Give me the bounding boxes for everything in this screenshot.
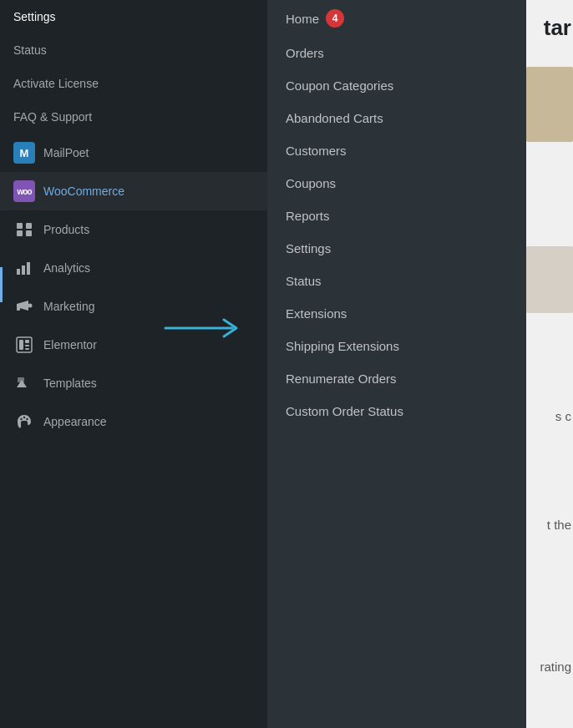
svg-point-16 xyxy=(23,417,25,418)
active-indicator xyxy=(0,267,3,302)
dropdown-item-label: Abandoned Carts xyxy=(286,111,383,125)
dropdown-item-label: Status xyxy=(286,274,322,288)
svg-rect-11 xyxy=(25,340,29,343)
dropdown-item-extensions[interactable]: Extensions xyxy=(267,297,526,330)
sidebar-item-label: Appearance xyxy=(43,415,107,428)
sidebar-item-products[interactable]: Products xyxy=(0,210,267,249)
svg-point-15 xyxy=(20,418,22,420)
sidebar-item-label: Elementor xyxy=(43,338,97,351)
dropdown-item-label: Renumerate Orders xyxy=(286,372,397,386)
content-text-lower: t the xyxy=(547,518,571,532)
content-area: tar s c t the rating xyxy=(526,0,573,728)
sidebar-item-status[interactable]: Status xyxy=(0,33,267,67)
dropdown-item-label: Shipping Extensions xyxy=(286,339,399,353)
woocommerce-icon: woo xyxy=(13,180,35,202)
svg-rect-2 xyxy=(17,230,23,236)
content-image-1 xyxy=(526,67,573,142)
sidebar-item-mailpoet[interactable]: M MailPoet xyxy=(0,134,267,172)
appearance-icon xyxy=(13,411,35,432)
svg-rect-0 xyxy=(17,223,23,229)
mailpoet-icon-bg: M xyxy=(13,142,35,164)
sidebar-item-templates[interactable]: Templates xyxy=(0,364,267,402)
sidebar-item-label: MailPoet xyxy=(43,146,89,159)
svg-rect-9 xyxy=(17,337,32,352)
dropdown-item-coupon-categories[interactable]: Coupon Categories xyxy=(267,69,526,102)
dropdown-item-label: Coupons xyxy=(286,176,336,190)
svg-rect-14 xyxy=(18,377,24,382)
notification-badge: 4 xyxy=(326,9,344,28)
dropdown-item-label: Reports xyxy=(286,209,330,223)
sidebar-item-label: FAQ & Support xyxy=(13,110,92,124)
mailpoet-icon: M xyxy=(13,142,35,164)
woocommerce-dropdown: Home4OrdersCoupon CategoriesAbandoned Ca… xyxy=(267,0,526,728)
svg-rect-13 xyxy=(25,348,29,350)
dropdown-item-label: Customers xyxy=(286,144,347,158)
sidebar-item-label: Templates xyxy=(43,377,97,390)
dropdown-item-customers[interactable]: Customers xyxy=(267,134,526,167)
content-text-mid: s c xyxy=(555,409,571,423)
content-text-top: tar xyxy=(544,15,571,41)
dropdown-item-status[interactable]: Status xyxy=(267,265,526,297)
analytics-icon xyxy=(13,257,35,279)
svg-rect-3 xyxy=(26,230,32,236)
dropdown-item-shipping-extensions[interactable]: Shipping Extensions xyxy=(267,330,526,362)
sidebar-item-label: Status xyxy=(13,43,47,57)
products-icon xyxy=(13,219,35,240)
sidebar-item-label: Products xyxy=(43,223,89,236)
svg-rect-12 xyxy=(25,345,29,346)
dropdown-item-label: Home xyxy=(286,12,319,26)
content-image-2 xyxy=(526,246,573,313)
dropdown-item-orders[interactable]: Orders xyxy=(267,37,526,69)
dropdown-item-label: Custom Order Status xyxy=(286,404,403,418)
dropdown-item-abandoned-carts[interactable]: Abandoned Carts xyxy=(267,102,526,134)
dropdown-item-reports[interactable]: Reports xyxy=(267,200,526,232)
sidebar-item-label: WooCommerce xyxy=(43,185,124,198)
dropdown-item-coupons[interactable]: Coupons xyxy=(267,167,526,200)
sidebar-item-appearance[interactable]: Appearance xyxy=(0,402,267,441)
sidebar-item-faq-support[interactable]: FAQ & Support xyxy=(0,100,267,134)
content-text-bottom: rating xyxy=(540,660,571,674)
sidebar-item-elementor[interactable]: Elementor xyxy=(0,326,267,364)
marketing-icon xyxy=(13,296,35,317)
svg-rect-5 xyxy=(22,265,25,275)
dropdown-item-settings[interactable]: Settings xyxy=(267,232,526,265)
sidebar-item-label: Activate License xyxy=(13,77,99,90)
sidebar-item-marketing[interactable]: Marketing xyxy=(0,287,267,326)
sidebar: Settings Status Activate License FAQ & S… xyxy=(0,0,267,728)
svg-rect-7 xyxy=(17,307,20,311)
sidebar-item-activate-license[interactable]: Activate License xyxy=(0,67,267,100)
svg-rect-1 xyxy=(26,223,32,229)
sidebar-item-label: Marketing xyxy=(43,300,94,313)
templates-icon xyxy=(13,372,35,394)
sidebar-item-label: Analytics xyxy=(43,261,90,275)
svg-point-17 xyxy=(26,418,28,420)
dropdown-item-label: Settings xyxy=(286,241,331,255)
dropdown-item-label: Orders xyxy=(286,46,324,60)
dropdown-item-custom-order-status[interactable]: Custom Order Status xyxy=(267,395,526,427)
dropdown-item-label: Coupon Categories xyxy=(286,78,393,93)
sidebar-item-label: Settings xyxy=(13,10,56,23)
svg-rect-10 xyxy=(19,340,23,350)
dropdown-item-label: Extensions xyxy=(286,306,347,321)
svg-point-8 xyxy=(28,304,33,308)
svg-rect-6 xyxy=(27,262,30,275)
elementor-icon xyxy=(13,334,35,356)
dropdown-item-renumerate-orders[interactable]: Renumerate Orders xyxy=(267,362,526,395)
dropdown-item-home[interactable]: Home4 xyxy=(267,0,526,37)
sidebar-item-woocommerce[interactable]: woo WooCommerce xyxy=(0,172,267,210)
sidebar-item-settings[interactable]: Settings xyxy=(0,0,267,33)
sidebar-item-analytics[interactable]: Analytics xyxy=(0,249,267,287)
svg-rect-4 xyxy=(17,269,20,275)
woo-icon-bg: woo xyxy=(13,180,35,202)
